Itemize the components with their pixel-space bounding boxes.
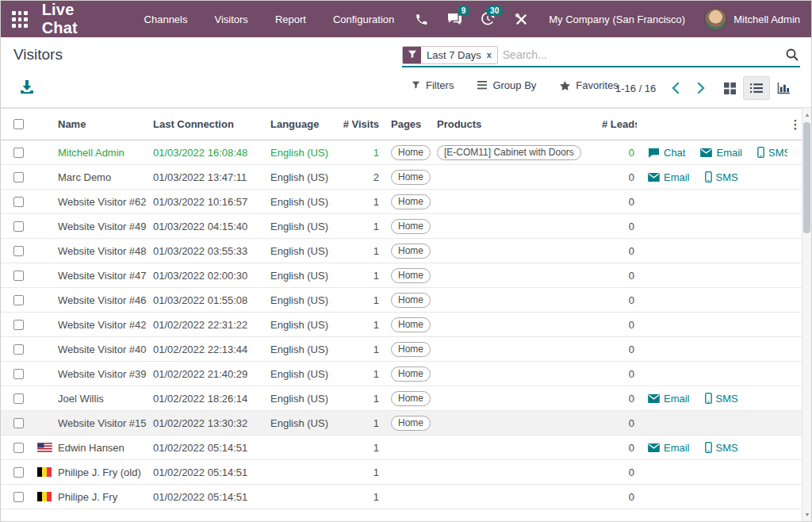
row-checkbox[interactable] <box>13 320 24 330</box>
email-button[interactable]: Email <box>648 393 690 405</box>
visitor-name[interactable]: Website Visitor #46 <box>36 294 153 306</box>
language: English (US) <box>270 344 342 355</box>
pager-next-icon[interactable] <box>691 79 711 98</box>
group-by-button[interactable]: Group By <box>477 79 536 91</box>
menu-item-configuration[interactable]: Configuration <box>320 1 408 37</box>
scrollbar-thumb[interactable] <box>803 122 810 233</box>
table-row[interactable]: Website Visitor #6201/03/2022 10:16:57En… <box>1 190 803 214</box>
optional-columns-icon[interactable]: ⋮ <box>787 118 803 130</box>
chat-button[interactable]: Chat <box>648 147 685 159</box>
pager-previous-icon[interactable] <box>665 79 686 98</box>
row-checkbox[interactable] <box>13 418 24 428</box>
menu-item-visitors[interactable]: Visitors <box>201 1 261 37</box>
leads-count: 0 <box>602 417 637 429</box>
phone-icon[interactable] <box>408 6 435 33</box>
menu-item-channels[interactable]: Channels <box>131 1 201 37</box>
sms-button[interactable]: SMS <box>705 171 738 183</box>
row-checkbox[interactable] <box>13 369 24 379</box>
visitor-name[interactable]: Website Visitor #39 <box>36 368 153 380</box>
table-row[interactable]: Website Visitor #4601/03/2022 01:55:08En… <box>1 288 803 313</box>
header-products[interactable]: Products <box>432 118 602 130</box>
header-language[interactable]: Language <box>270 118 342 130</box>
row-checkbox[interactable] <box>13 492 24 502</box>
row-checkbox[interactable] <box>13 246 24 256</box>
email-button[interactable]: Email <box>700 147 742 159</box>
user-menu[interactable]: Mitchell Admin <box>704 8 803 31</box>
table-row[interactable]: Edwin Hansen01/02/2022 05:14:5110EmailSM… <box>1 436 803 460</box>
graph-view-icon[interactable] <box>770 76 797 100</box>
last-connection: 01/02/2022 22:31:22 <box>153 319 270 331</box>
company-switcher[interactable]: My Company (San Francisco) <box>541 13 698 25</box>
visitor-name[interactable]: Edwin Hansen <box>36 442 153 454</box>
filters-button[interactable]: Filters <box>412 79 454 91</box>
row-checkbox[interactable] <box>13 197 24 207</box>
select-all-checkbox[interactable] <box>13 119 24 129</box>
sms-button[interactable]: SMS <box>757 147 787 159</box>
sms-button[interactable]: SMS <box>705 393 738 405</box>
activities-icon[interactable]: 30 <box>474 6 501 33</box>
row-checkbox[interactable] <box>13 467 24 478</box>
sms-button[interactable]: SMS <box>705 442 738 454</box>
table-row[interactable]: Website Visitor #3901/02/2022 21:40:29En… <box>1 362 803 386</box>
visitor-name[interactable]: Website Visitor #40 <box>36 344 153 355</box>
table-row[interactable]: Website Visitor #4001/02/2022 22:13:44En… <box>1 337 803 362</box>
list-view-icon[interactable] <box>743 76 770 100</box>
row-checkbox[interactable] <box>13 443 24 453</box>
table-row[interactable]: Website Visitor #4201/02/2022 22:31:22En… <box>1 313 803 337</box>
visitor-name[interactable]: Joel Willis <box>36 393 153 405</box>
pager-range: 1-16 / 16 <box>615 83 656 94</box>
table-row[interactable]: Philipe J. Fry (old)01/02/2022 05:14:511… <box>1 460 803 485</box>
table-row[interactable]: Marc Demo01/03/2022 13:47:11English (US)… <box>1 165 803 190</box>
app-title[interactable]: Live Chat <box>42 1 110 37</box>
row-select-cell <box>1 443 36 453</box>
table-row[interactable]: Mitchell Admin01/03/2022 16:08:48English… <box>1 140 803 165</box>
row-checkbox[interactable] <box>13 295 24 305</box>
visitor-name[interactable]: Website Visitor #49 <box>36 221 153 232</box>
visitor-name[interactable]: Philipe J. Fry <box>36 491 153 503</box>
visitor-name[interactable]: Website Visitor #42 <box>36 319 153 331</box>
favorites-button[interactable]: Favorites <box>560 79 618 91</box>
header-pages[interactable]: Pages <box>381 118 432 130</box>
header-leads[interactable]: # Leads <box>602 118 637 130</box>
table-row[interactable]: Website Visitor #4701/03/2022 02:00:30En… <box>1 263 803 288</box>
email-button[interactable]: Email <box>648 442 690 454</box>
visitor-name[interactable]: Marc Demo <box>36 171 153 183</box>
visitor-name[interactable]: Website Visitor #62 <box>36 196 153 208</box>
table-row[interactable]: Website Visitor #1501/02/2022 13:30:32En… <box>1 411 803 436</box>
tools-icon[interactable] <box>508 6 534 33</box>
search-input[interactable] <box>498 48 784 61</box>
header-visits[interactable]: # Visits <box>342 118 381 130</box>
row-checkbox[interactable] <box>13 172 24 182</box>
scroll-up-icon[interactable]: ▲ <box>802 109 812 120</box>
user-avatar <box>704 8 727 31</box>
row-checkbox[interactable] <box>13 221 24 232</box>
visitor-name[interactable]: Website Visitor #15 <box>36 417 153 429</box>
facet-remove-icon[interactable]: x <box>487 47 497 63</box>
messages-icon[interactable]: 9 <box>441 6 468 33</box>
visitor-name[interactable]: Website Visitor #48 <box>36 245 153 257</box>
table-row[interactable]: Website Visitor #4901/03/2022 04:15:40En… <box>1 214 803 239</box>
header-last-connection[interactable]: Last Connection <box>153 118 270 130</box>
apps-menu-icon[interactable] <box>12 11 28 28</box>
export-icon[interactable] <box>20 80 34 94</box>
pages-cell: Home <box>381 367 432 382</box>
visits-count: 1 <box>342 344 381 355</box>
last-connection: 01/02/2022 13:30:32 <box>153 417 270 429</box>
table-row[interactable]: Philipe J. Fry01/02/2022 05:14:5110 <box>1 485 803 509</box>
visitor-name[interactable]: Website Visitor #47 <box>36 270 153 282</box>
kanban-view-icon[interactable] <box>716 76 743 100</box>
row-checkbox[interactable] <box>13 271 24 281</box>
vertical-scrollbar[interactable]: ▲ ▼ <box>802 108 811 521</box>
email-button[interactable]: Email <box>648 171 690 183</box>
row-checkbox[interactable] <box>13 148 24 158</box>
menu-item-report[interactable]: Report <box>262 1 320 37</box>
visitor-name[interactable]: Philipe J. Fry (old) <box>36 466 153 478</box>
row-checkbox[interactable] <box>13 393 24 404</box>
table-row[interactable]: Joel Willis01/02/2022 18:26:14English (U… <box>1 386 803 411</box>
row-checkbox[interactable] <box>13 344 24 355</box>
search-icon[interactable] <box>784 48 800 61</box>
scroll-down-icon[interactable]: ▼ <box>802 509 812 520</box>
visitor-name[interactable]: Mitchell Admin <box>36 147 153 159</box>
table-row[interactable]: Website Visitor #4801/03/2022 03:55:33En… <box>1 239 803 263</box>
header-name[interactable]: Name <box>36 118 153 130</box>
